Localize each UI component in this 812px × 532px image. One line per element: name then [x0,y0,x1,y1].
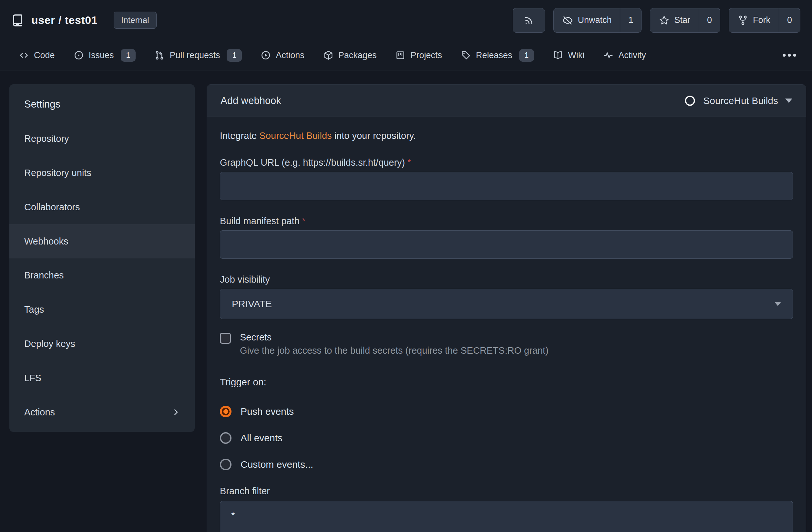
webhook-form: Integrate SourceHut Builds into your rep… [207,117,806,532]
secrets-label[interactable]: Secrets [240,332,549,343]
panel-header: Add webhook SourceHut Builds [207,85,806,117]
intro-prefix: Integrate [220,130,260,141]
trigger-option-custom-events[interactable]: Custom events... [220,459,793,470]
rss-button[interactable] [513,8,545,33]
label-text: GraphQL URL (e.g. https://builds.sr.ht/q… [220,157,405,168]
tab-activity[interactable]: Activity [603,50,646,60]
radio-label: Push events [241,406,294,417]
sidebar-item-actions[interactable]: Actions [9,395,195,429]
sidebar-item-collaborators[interactable]: Collaborators [9,190,195,224]
watch-count[interactable]: 1 [620,9,641,32]
watch-button[interactable]: Unwatch 1 [553,8,641,33]
tab-wiki[interactable]: Wiki [553,50,584,60]
webhook-type-label: SourceHut Builds [703,95,778,106]
secrets-checkbox[interactable] [220,333,231,344]
tab-label: Issues [89,51,114,60]
issue-icon [74,50,84,60]
repo-name[interactable]: user/test01 [31,14,98,27]
tab-label: Wiki [568,51,584,60]
radio-push-events[interactable] [220,406,232,417]
fork-icon [737,15,749,26]
tab-pull-requests[interactable]: Pull requests 1 [154,49,242,62]
tab-projects[interactable]: Projects [395,50,442,60]
ellipsis-icon [781,50,798,60]
repo-owner[interactable]: user [31,14,55,26]
required-asterisk: * [302,216,305,226]
settings-sidebar: Settings Repository Repository units Col… [9,84,195,432]
releases-count-badge: 1 [519,49,534,62]
tab-issues[interactable]: Issues 1 [74,49,136,62]
visibility-badge: Internal [114,12,157,29]
trigger-on-label: Trigger on: [220,377,793,388]
radio-label: Custom events... [241,459,313,470]
pull-requests-count-badge: 1 [227,49,242,62]
sidebar-item-tags[interactable]: Tags [9,293,195,327]
project-board-icon [395,50,406,60]
tab-releases[interactable]: Releases 1 [461,49,534,62]
sidebar-item-branches[interactable]: Branches [9,258,195,293]
webhook-type-dropdown[interactable]: SourceHut Builds [684,95,792,107]
star-button[interactable]: Star 0 [650,8,720,33]
sidebar-item-repository-units[interactable]: Repository units [9,156,195,190]
chevron-down-icon [785,99,792,103]
tab-packages[interactable]: Packages [323,50,377,60]
tag-icon [461,50,471,60]
repo-header: user/test01 Internal [0,0,812,40]
play-circle-icon [261,50,271,60]
secrets-description: Give the job access to the build secrets… [240,345,549,356]
pulse-icon [603,50,613,60]
sidebar-item-webhooks[interactable]: Webhooks [9,224,195,258]
sidebar-item-deploy-keys[interactable]: Deploy keys [9,327,195,361]
manifest-path-label: Build manifest path* [220,216,793,227]
star-count[interactable]: 0 [699,9,720,32]
repo-slug[interactable]: test01 [65,14,98,26]
settings-content: Settings Repository Repository units Col… [0,70,812,532]
chevron-down-icon [774,302,781,306]
sidebar-title: Settings [9,87,195,122]
star-label: Star [674,15,690,25]
sidebar-item-label: Actions [24,407,55,418]
graphql-url-input[interactable] [220,172,793,200]
branch-filter-input[interactable]: * [220,501,793,532]
add-webhook-panel: Add webhook SourceHut Builds Integrate S… [207,84,806,532]
sidebar-item-label: LFS [24,373,41,384]
radio-label: All events [241,432,282,444]
sidebar-item-label: Tags [24,304,44,315]
nav-overflow-button[interactable] [781,50,798,60]
sidebar-item-label: Branches [24,270,64,281]
sidebar-item-repository[interactable]: Repository [9,122,195,156]
tab-actions[interactable]: Actions [261,50,304,60]
eye-off-icon [562,15,573,26]
repo-nav-tabs: Code Issues 1 Pull requests 1 Actions Pa… [0,40,812,70]
tab-label: Actions [276,51,304,60]
label-text: Build manifest path [220,216,300,226]
tab-label: Projects [410,51,442,60]
radio-custom-events[interactable] [220,459,232,470]
required-asterisk: * [407,157,411,167]
repo-title: user/test01 Internal [11,12,157,29]
secrets-row: Secrets Give the job access to the build… [220,332,793,356]
tab-label: Packages [338,51,377,60]
sidebar-item-lfs[interactable]: LFS [9,361,195,395]
sidebar-item-label: Repository [24,133,69,144]
tab-code[interactable]: Code [19,50,55,60]
manifest-path-input[interactable] [220,230,793,259]
sidebar-item-label: Collaborators [24,202,80,213]
graphql-url-label: GraphQL URL (e.g. https://builds.sr.ht/q… [220,157,793,168]
book-open-icon [553,50,563,60]
package-icon [323,50,334,60]
job-visibility-value: PRIVATE [232,299,272,310]
trigger-option-push-events[interactable]: Push events [220,406,793,417]
fork-button[interactable]: Fork 0 [729,8,800,33]
rss-icon [524,15,534,26]
repo-book-icon [11,13,24,28]
chevron-right-icon [171,408,180,417]
sourcehut-builds-link[interactable]: SourceHut Builds [260,130,332,141]
star-icon [658,15,670,26]
radio-all-events[interactable] [220,432,232,444]
fork-count[interactable]: 0 [779,9,800,32]
watch-label: Unwatch [578,15,611,25]
job-visibility-select[interactable]: PRIVATE [220,289,793,319]
trigger-option-all-events[interactable]: All events [220,432,793,444]
tab-label: Activity [618,51,646,60]
